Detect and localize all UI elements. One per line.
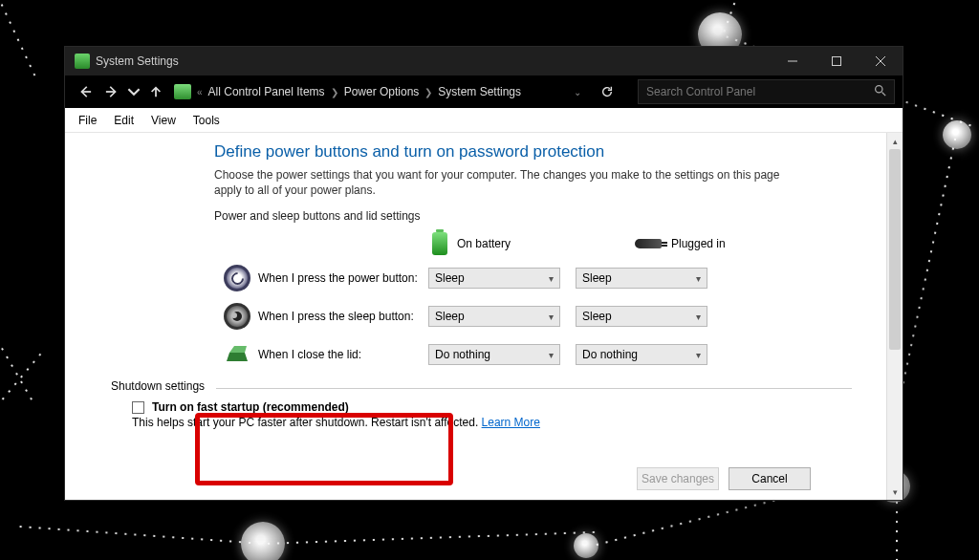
address-bar: « All Control Panel Items ❯ Power Option…	[65, 75, 903, 108]
save-changes-button[interactable]: Save changes	[637, 467, 719, 490]
scroll-track[interactable]	[887, 149, 903, 484]
menu-tools[interactable]: Tools	[185, 111, 228, 130]
close-button[interactable]	[859, 47, 903, 75]
menu-view[interactable]: View	[143, 111, 184, 130]
maximize-button[interactable]	[815, 47, 859, 75]
plug-icon	[635, 239, 662, 248]
learn-more-link[interactable]: Learn More	[482, 416, 540, 429]
chevron-right-icon: ❯	[424, 87, 432, 97]
minimize-button[interactable]	[771, 47, 815, 75]
vertical-scrollbar[interactable]: ▴ ▾	[886, 133, 903, 500]
battery-icon	[432, 232, 447, 255]
system-settings-window: System Settings « All C	[64, 46, 903, 501]
svg-rect-0	[833, 57, 841, 66]
nav-back-button[interactable]	[73, 79, 98, 104]
svg-point-1	[876, 86, 882, 93]
search-input[interactable]	[646, 85, 874, 98]
content-area: Define power buttons and turn on passwor…	[65, 133, 886, 500]
sleep-button-icon	[224, 303, 250, 330]
nav-up-button[interactable]	[143, 79, 168, 104]
row-close-lid: When I close the lid: Do nothing Do noth…	[214, 341, 852, 368]
fast-startup-label: Turn on fast startup (recommended)	[152, 400, 349, 414]
row-label: When I press the sleep button:	[258, 310, 428, 323]
row-power-button: When I press the power button: Sleep Sle…	[214, 265, 852, 291]
menu-edit[interactable]: Edit	[106, 111, 141, 130]
search-icon[interactable]	[874, 84, 886, 99]
dialog-buttons: Save changes Cancel	[637, 467, 811, 490]
scroll-thumb[interactable]	[889, 149, 901, 350]
menu-file[interactable]: File	[71, 111, 104, 130]
row-label: When I press the power button:	[258, 271, 428, 285]
page-title: Define power buttons and turn on passwor…	[214, 142, 852, 162]
column-on-battery: On battery	[457, 237, 511, 250]
nav-recent-button[interactable]	[126, 79, 141, 104]
power-button-icon	[224, 265, 250, 291]
breadcrumb-item-power-options[interactable]: Power Options	[344, 85, 420, 98]
refresh-button[interactable]	[594, 85, 620, 98]
location-icon	[174, 84, 191, 99]
sleep-button-plugged-select[interactable]: Sleep	[576, 306, 707, 327]
titlebar[interactable]: System Settings	[65, 47, 903, 75]
address-dropdown-button[interactable]: ⌄	[567, 87, 588, 97]
chevron-right-icon: ❯	[331, 87, 338, 97]
cancel-button[interactable]: Cancel	[729, 467, 811, 490]
breadcrumb-root-sep: «	[197, 87, 203, 97]
fast-startup-help: This helps start your PC faster after sh…	[132, 416, 852, 429]
breadcrumb: All Control Panel Items ❯ Power Options …	[208, 85, 521, 98]
page-description: Choose the power settings that you want …	[214, 167, 807, 198]
fast-startup-checkbox[interactable]	[132, 401, 144, 414]
breadcrumb-item-all[interactable]: All Control Panel Items	[208, 85, 325, 98]
power-button-battery-select[interactable]: Sleep	[428, 268, 560, 289]
row-sleep-button: When I press the sleep button: Sleep Sle…	[214, 303, 852, 330]
menu-bar: File Edit View Tools	[65, 108, 903, 133]
window-title: System Settings	[96, 54, 179, 68]
search-box[interactable]	[638, 79, 895, 104]
breadcrumb-item-system-settings[interactable]: System Settings	[438, 85, 521, 98]
app-icon	[75, 54, 90, 69]
row-label: When I close the lid:	[258, 348, 428, 361]
shutdown-title: Shutdown settings	[111, 379, 852, 393]
divider	[216, 388, 852, 389]
scroll-down-button[interactable]: ▾	[887, 484, 903, 500]
scroll-up-button[interactable]: ▴	[887, 133, 903, 149]
power-button-plugged-select[interactable]: Sleep	[576, 268, 707, 289]
lid-battery-select[interactable]: Do nothing	[428, 344, 560, 365]
lid-plugged-select[interactable]: Do nothing	[576, 344, 707, 365]
shutdown-settings-section: Shutdown settings Turn on fast startup (…	[111, 379, 852, 429]
column-plugged-in: Plugged in	[671, 237, 726, 250]
column-headers: On battery Plugged in	[432, 232, 852, 255]
lid-icon	[224, 341, 250, 368]
section-label: Power and sleep buttons and lid settings	[214, 209, 852, 223]
sleep-button-battery-select[interactable]: Sleep	[428, 306, 560, 327]
nav-forward-button[interactable]	[99, 79, 124, 104]
